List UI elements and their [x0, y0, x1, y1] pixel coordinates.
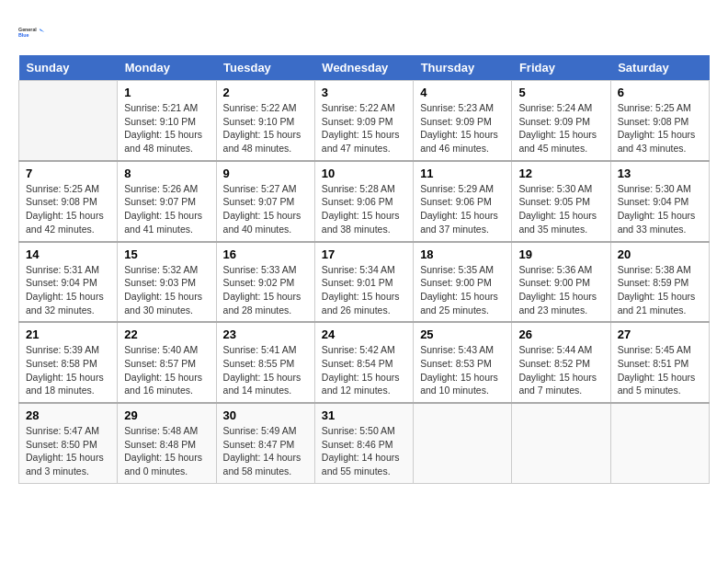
- day-number: 3: [322, 86, 406, 99]
- day-number: 20: [618, 247, 702, 261]
- weekday-header-wednesday: Wednesday: [314, 55, 413, 81]
- calendar-cell: 18Sunrise: 5:35 AMSunset: 9:00 PMDayligh…: [414, 242, 512, 323]
- day-number: 8: [124, 167, 209, 180]
- calendar-cell: 5Sunrise: 5:24 AMSunset: 9:09 PMDaylight…: [512, 81, 610, 161]
- day-info: Sunrise: 5:42 AMSunset: 8:54 PMDaylight:…: [322, 343, 406, 397]
- day-info: Sunrise: 5:50 AMSunset: 8:46 PMDaylight:…: [322, 424, 406, 478]
- day-info: Sunrise: 5:45 AMSunset: 8:51 PMDaylight:…: [618, 343, 702, 397]
- logo-icon: GeneralBlue: [18, 18, 46, 46]
- day-number: 13: [618, 167, 702, 180]
- day-info: Sunrise: 5:31 AMSunset: 9:04 PMDaylight:…: [26, 263, 110, 317]
- day-info: Sunrise: 5:39 AMSunset: 8:58 PMDaylight:…: [26, 343, 110, 397]
- calendar-cell: 19Sunrise: 5:36 AMSunset: 9:00 PMDayligh…: [512, 242, 610, 323]
- calendar-cell: 29Sunrise: 5:48 AMSunset: 8:48 PMDayligh…: [118, 403, 216, 483]
- day-number: 4: [420, 86, 505, 99]
- calendar-cell: 11Sunrise: 5:29 AMSunset: 9:06 PMDayligh…: [414, 161, 512, 242]
- calendar-cell: 27Sunrise: 5:45 AMSunset: 8:51 PMDayligh…: [610, 322, 709, 403]
- day-number: 10: [322, 167, 406, 180]
- day-number: 17: [322, 247, 406, 261]
- day-info: Sunrise: 5:22 AMSunset: 9:10 PMDaylight:…: [223, 101, 308, 155]
- day-info: Sunrise: 5:43 AMSunset: 8:53 PMDaylight:…: [420, 343, 505, 397]
- day-info: Sunrise: 5:22 AMSunset: 9:09 PMDaylight:…: [322, 101, 406, 155]
- day-number: 27: [618, 327, 702, 341]
- calendar-cell: 17Sunrise: 5:34 AMSunset: 9:01 PMDayligh…: [314, 242, 413, 323]
- calendar-cell: 4Sunrise: 5:23 AMSunset: 9:09 PMDaylight…: [414, 81, 512, 161]
- day-number: 19: [518, 247, 603, 261]
- day-number: 21: [26, 327, 110, 341]
- calendar-cell: 28Sunrise: 5:47 AMSunset: 8:50 PMDayligh…: [19, 403, 118, 483]
- calendar-week-2: 7Sunrise: 5:25 AMSunset: 9:08 PMDaylight…: [19, 161, 710, 242]
- header: GeneralBlue: [18, 18, 710, 46]
- day-info: Sunrise: 5:24 AMSunset: 9:09 PMDaylight:…: [518, 101, 603, 155]
- day-info: Sunrise: 5:44 AMSunset: 8:52 PMDaylight:…: [518, 343, 603, 397]
- calendar-table: SundayMondayTuesdayWednesdayThursdayFrid…: [18, 55, 710, 484]
- weekday-header-row: SundayMondayTuesdayWednesdayThursdayFrid…: [19, 55, 710, 81]
- calendar-cell: 22Sunrise: 5:40 AMSunset: 8:57 PMDayligh…: [118, 322, 216, 403]
- day-number: 16: [223, 247, 308, 261]
- day-number: 2: [223, 86, 308, 99]
- day-info: Sunrise: 5:30 AMSunset: 9:04 PMDaylight:…: [618, 182, 702, 236]
- weekday-header-monday: Monday: [118, 55, 216, 81]
- calendar-cell: [414, 403, 512, 483]
- day-number: 5: [518, 86, 603, 99]
- calendar-cell: 1Sunrise: 5:21 AMSunset: 9:10 PMDaylight…: [118, 81, 216, 161]
- calendar-cell: 3Sunrise: 5:22 AMSunset: 9:09 PMDaylight…: [314, 81, 413, 161]
- calendar-cell: [512, 403, 610, 483]
- calendar-cell: 21Sunrise: 5:39 AMSunset: 8:58 PMDayligh…: [19, 322, 118, 403]
- weekday-header-tuesday: Tuesday: [216, 55, 314, 81]
- svg-text:Blue: Blue: [18, 32, 29, 38]
- calendar-week-1: 1Sunrise: 5:21 AMSunset: 9:10 PMDaylight…: [19, 81, 710, 161]
- day-number: 22: [124, 327, 209, 341]
- calendar-cell: 12Sunrise: 5:30 AMSunset: 9:05 PMDayligh…: [512, 161, 610, 242]
- day-info: Sunrise: 5:29 AMSunset: 9:06 PMDaylight:…: [420, 182, 505, 236]
- svg-text:General: General: [18, 27, 37, 32]
- day-info: Sunrise: 5:40 AMSunset: 8:57 PMDaylight:…: [124, 343, 209, 397]
- calendar-cell: 31Sunrise: 5:50 AMSunset: 8:46 PMDayligh…: [314, 403, 413, 483]
- day-info: Sunrise: 5:23 AMSunset: 9:09 PMDaylight:…: [420, 101, 505, 155]
- day-info: Sunrise: 5:38 AMSunset: 8:59 PMDaylight:…: [618, 263, 702, 317]
- calendar-cell: 26Sunrise: 5:44 AMSunset: 8:52 PMDayligh…: [512, 322, 610, 403]
- day-number: 28: [26, 408, 110, 422]
- day-number: 1: [124, 86, 209, 99]
- day-info: Sunrise: 5:26 AMSunset: 9:07 PMDaylight:…: [124, 182, 209, 236]
- day-number: 29: [124, 408, 209, 422]
- day-info: Sunrise: 5:30 AMSunset: 9:05 PMDaylight:…: [518, 182, 603, 236]
- day-info: Sunrise: 5:34 AMSunset: 9:01 PMDaylight:…: [322, 263, 406, 317]
- day-number: 25: [420, 327, 505, 341]
- calendar-cell: 23Sunrise: 5:41 AMSunset: 8:55 PMDayligh…: [216, 322, 314, 403]
- day-info: Sunrise: 5:27 AMSunset: 9:07 PMDaylight:…: [223, 182, 308, 236]
- calendar-cell: 7Sunrise: 5:25 AMSunset: 9:08 PMDaylight…: [19, 161, 118, 242]
- day-number: 6: [618, 86, 702, 99]
- day-number: 23: [223, 327, 308, 341]
- calendar-cell: 30Sunrise: 5:49 AMSunset: 8:47 PMDayligh…: [216, 403, 314, 483]
- day-info: Sunrise: 5:49 AMSunset: 8:47 PMDaylight:…: [223, 424, 308, 478]
- day-info: Sunrise: 5:32 AMSunset: 9:03 PMDaylight:…: [124, 263, 209, 317]
- day-number: 30: [223, 408, 308, 422]
- day-info: Sunrise: 5:47 AMSunset: 8:50 PMDaylight:…: [26, 424, 110, 478]
- day-info: Sunrise: 5:21 AMSunset: 9:10 PMDaylight:…: [124, 101, 209, 155]
- day-number: 26: [518, 327, 603, 341]
- day-number: 7: [26, 167, 110, 180]
- weekday-header-friday: Friday: [512, 55, 610, 81]
- day-info: Sunrise: 5:41 AMSunset: 8:55 PMDaylight:…: [223, 343, 308, 397]
- calendar-cell: 8Sunrise: 5:26 AMSunset: 9:07 PMDaylight…: [118, 161, 216, 242]
- calendar-week-5: 28Sunrise: 5:47 AMSunset: 8:50 PMDayligh…: [19, 403, 710, 483]
- day-info: Sunrise: 5:35 AMSunset: 9:00 PMDaylight:…: [420, 263, 505, 317]
- day-info: Sunrise: 5:48 AMSunset: 8:48 PMDaylight:…: [124, 424, 209, 478]
- calendar-week-3: 14Sunrise: 5:31 AMSunset: 9:04 PMDayligh…: [19, 242, 710, 323]
- calendar-cell: 6Sunrise: 5:25 AMSunset: 9:08 PMDaylight…: [610, 81, 709, 161]
- day-number: 14: [26, 247, 110, 261]
- calendar-cell: 15Sunrise: 5:32 AMSunset: 9:03 PMDayligh…: [118, 242, 216, 323]
- calendar-cell: 16Sunrise: 5:33 AMSunset: 9:02 PMDayligh…: [216, 242, 314, 323]
- calendar-cell: 10Sunrise: 5:28 AMSunset: 9:06 PMDayligh…: [314, 161, 413, 242]
- calendar-cell: 13Sunrise: 5:30 AMSunset: 9:04 PMDayligh…: [610, 161, 709, 242]
- day-number: 18: [420, 247, 505, 261]
- calendar-cell: 2Sunrise: 5:22 AMSunset: 9:10 PMDaylight…: [216, 81, 314, 161]
- day-info: Sunrise: 5:28 AMSunset: 9:06 PMDaylight:…: [322, 182, 406, 236]
- calendar-cell: 25Sunrise: 5:43 AMSunset: 8:53 PMDayligh…: [414, 322, 512, 403]
- calendar-cell: 9Sunrise: 5:27 AMSunset: 9:07 PMDaylight…: [216, 161, 314, 242]
- calendar-cell: [19, 81, 118, 161]
- day-info: Sunrise: 5:25 AMSunset: 9:08 PMDaylight:…: [618, 101, 702, 155]
- weekday-header-sunday: Sunday: [19, 55, 118, 81]
- logo: GeneralBlue: [18, 18, 46, 46]
